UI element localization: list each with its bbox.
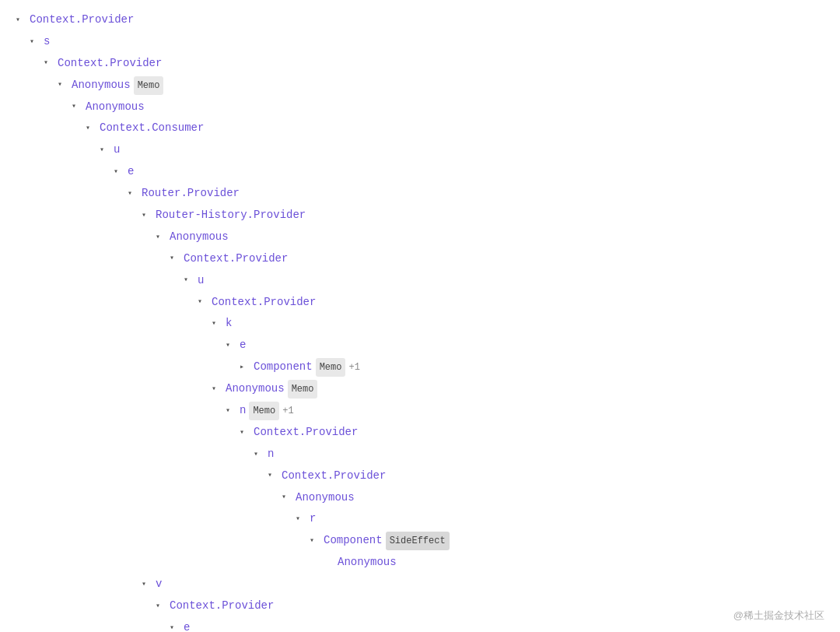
tree-node: eRouter.ProviderRouter-History.ProviderA… [114, 161, 824, 632]
node-row[interactable]: k [212, 313, 824, 335]
tree-arrow-icon[interactable] [212, 317, 222, 332]
watermark: @稀土掘金技术社区 [733, 609, 824, 623]
node-children: Router.ProviderRouter-History.ProviderAn… [114, 183, 824, 632]
tree-arrow-icon[interactable] [100, 143, 110, 158]
tree-arrow-icon[interactable] [282, 490, 292, 505]
node-row[interactable]: Context.Provider [156, 595, 824, 617]
tree-arrow-icon[interactable] [226, 339, 236, 353]
tree-arrow-icon[interactable] [142, 209, 152, 223]
tree-arrow-icon[interactable] [240, 360, 250, 375]
node-row[interactable]: nMemo+1 [226, 400, 824, 422]
tree-arrow-icon[interactable] [86, 121, 96, 136]
node-name: Anonymous [226, 379, 285, 399]
node-row[interactable]: Anonymous [72, 97, 824, 118]
node-row[interactable]: r [296, 508, 824, 530]
tree-arrow-icon[interactable] [170, 251, 180, 266]
node-children: uContext.ProviderkeComponentMemo+1Anonym… [170, 270, 824, 574]
tree-arrow-icon[interactable] [240, 426, 250, 441]
tree-node: eAnonymousrComponentSideEffect [170, 617, 824, 632]
node-children: nContext.ProviderAnonymousrComponentSide… [240, 444, 824, 574]
node-row[interactable]: Anonymous [282, 487, 824, 509]
tree-node: nContext.ProviderAnonymousrComponentSide… [254, 444, 824, 574]
tree-arrow-icon[interactable] [296, 512, 306, 527]
node-children: Context.ProviderAnonymousrComponentSideE… [254, 465, 824, 574]
tree-node: vContext.ProvidereAnonymousrComponentSid… [142, 574, 824, 632]
tree-arrow-icon[interactable] [114, 165, 124, 180]
node-children: eRouter.ProviderRouter-History.ProviderA… [100, 161, 824, 632]
tree-arrow-icon[interactable] [184, 273, 194, 288]
tree-arrow-icon[interactable] [72, 100, 82, 114]
node-row[interactable]: n [254, 444, 824, 465]
node-children: Context.ProviderAnonymousMemoAnonymousCo… [30, 53, 824, 632]
node-name: Context.Provider [170, 596, 274, 616]
node-row[interactable]: Context.Provider [44, 53, 824, 75]
tree-arrow-icon[interactable] [44, 56, 54, 71]
node-row[interactable]: u [184, 270, 824, 292]
tree-node: ComponentSideEffectAnonymous [310, 530, 824, 574]
node-row[interactable]: Anonymous [156, 226, 824, 248]
tree-node: AnonymousContext.ConsumerueRouter.Provid… [72, 97, 824, 632]
tree-node: AnonymousMemoAnonymousContext.Consumerue… [58, 75, 824, 632]
tree-arrow-icon[interactable] [170, 621, 180, 632]
node-row[interactable]: e [114, 161, 824, 183]
node-row[interactable]: ComponentSideEffect [310, 530, 824, 552]
node-row[interactable]: u [100, 139, 824, 161]
tree-arrow-icon[interactable] [268, 469, 278, 483]
tree-node: AnonymousContext.ProvideruContext.Provid… [156, 226, 824, 574]
tree-arrow-icon[interactable] [310, 534, 320, 549]
node-badge: Memo [316, 358, 346, 377]
node-row[interactable]: AnonymousMemo [58, 75, 824, 97]
node-name: u [198, 271, 204, 291]
node-children: Context.ProvidernContext.ProviderAnonymo… [226, 422, 824, 574]
node-children: nMemo+1Context.ProvidernContext.Provider… [212, 400, 824, 574]
node-row[interactable]: e [226, 335, 824, 356]
node-children: ueRouter.ProviderRouter-History.Provider… [86, 139, 824, 632]
node-row[interactable]: e [170, 617, 824, 632]
tree-node: Context.ProvidereAnonymousrComponentSide… [156, 595, 824, 632]
node-row[interactable]: Anonymous [324, 552, 824, 574]
node-name: Context.Consumer [100, 118, 204, 139]
node-row[interactable]: v [142, 574, 824, 595]
node-row[interactable]: Context.Provider [170, 248, 824, 270]
tree-node: AnonymousMemonMemo+1Context.ProvidernCon… [212, 378, 824, 574]
node-row[interactable]: ComponentMemo+1 [240, 356, 824, 378]
tree-arrow-icon[interactable] [156, 599, 166, 614]
node-children: Router-History.ProviderAnonymousContext.… [128, 205, 824, 632]
node-row[interactable]: s [30, 31, 824, 53]
tree-arrow-icon[interactable] [198, 295, 208, 310]
node-row[interactable]: Context.Provider [240, 422, 824, 444]
tree-arrow-icon[interactable] [128, 187, 138, 202]
node-row[interactable]: Router-History.Provider [142, 205, 824, 226]
node-row[interactable]: AnonymousMemo [212, 378, 824, 400]
tree-arrow-icon[interactable] [30, 35, 40, 50]
node-name: Anonymous [72, 75, 131, 96]
tree-node: Context.ProviderkeComponentMemo+1Anonymo… [198, 292, 824, 574]
tree-node: Context.ProviderAnonymousMemoAnonymousCo… [44, 53, 824, 632]
node-name: Context.Provider [282, 466, 386, 486]
node-row[interactable]: Context.Provider [198, 292, 824, 314]
node-badge: SideEffect [386, 532, 450, 550]
tree-arrow-icon[interactable] [156, 230, 166, 245]
tree-arrow-icon[interactable] [16, 13, 26, 28]
node-children: eAnonymousrComponentSideEffect [156, 617, 824, 632]
tree-node: Context.ConsumerueRouter.ProviderRouter-… [86, 118, 824, 632]
node-name: k [226, 314, 232, 334]
tree-node: keComponentMemo+1 [212, 313, 824, 378]
node-children: sContext.ProviderAnonymousMemoAnonymousC… [16, 31, 824, 632]
node-row[interactable]: Context.Provider [16, 9, 824, 31]
tree-arrow-icon[interactable] [254, 448, 264, 462]
node-children: keComponentMemo+1AnonymousMemonMemo+1Con… [198, 313, 824, 574]
node-name: Anonymous [86, 97, 145, 118]
node-row[interactable]: Context.Consumer [86, 118, 824, 139]
node-name: e [240, 335, 246, 356]
node-name: Anonymous [338, 553, 397, 573]
node-row[interactable]: Context.Provider [268, 465, 824, 487]
tree-arrow-icon[interactable] [212, 382, 222, 397]
node-badge: Memo [134, 76, 164, 95]
tree-arrow-icon[interactable] [58, 78, 68, 93]
node-row[interactable]: Router.Provider [128, 183, 824, 205]
node-children: rComponentSideEffectAnonymous [282, 508, 824, 574]
tree-node: Context.ProvideruContext.ProviderkeCompo… [170, 248, 824, 574]
tree-arrow-icon[interactable] [226, 404, 236, 419]
tree-arrow-icon[interactable] [142, 578, 152, 592]
